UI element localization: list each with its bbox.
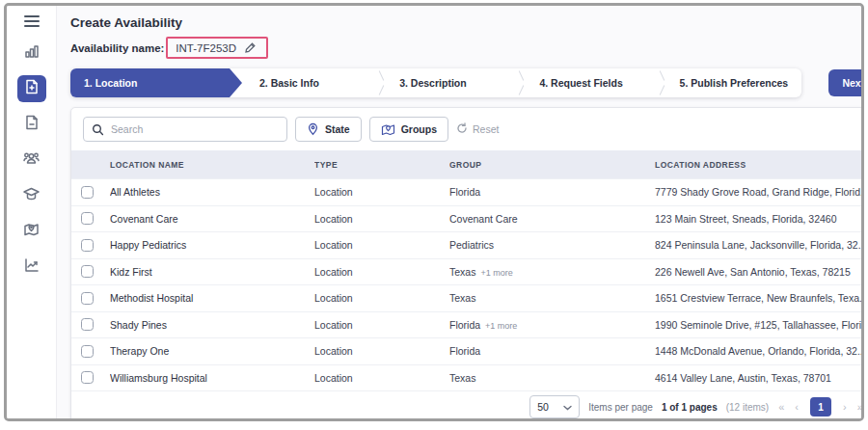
sidebar-item-education[interactable] <box>17 182 46 209</box>
sidebar-item-documents[interactable] <box>17 111 46 138</box>
availability-name-annotation-box: INT-7F253D <box>166 37 268 59</box>
table-row[interactable]: Happy Pediatrics Location Pediatrics 824… <box>71 231 864 258</box>
row-checkbox[interactable] <box>81 186 94 199</box>
checkbox-cell <box>71 265 110 278</box>
group-value: Texas <box>449 292 475 304</box>
group-value: Pediatrics <box>449 239 494 251</box>
reset-button[interactable]: Reset <box>456 122 499 136</box>
location-name-cell: Williamsburg Hospital <box>110 372 314 384</box>
state-filter-button[interactable]: State <box>295 117 362 142</box>
address-cell: 824 Peninsula Lane, Jacksonville, Florid… <box>655 239 864 251</box>
page-size-value: 50 <box>537 401 549 413</box>
wizard-step-location[interactable]: 1. Location <box>70 68 242 97</box>
address-cell: 226 Newell Ave, San Antonio, Texas, 7821… <box>655 266 864 278</box>
group-cell: Covenant Care <box>449 213 655 225</box>
group-value: Florida <box>449 186 480 198</box>
sidebar-item-reports[interactable] <box>17 254 46 281</box>
wizard-step-label: 5. Publish Preferences <box>680 77 789 89</box>
page-title: Create Availability <box>70 15 864 30</box>
table-row[interactable]: Covenant Care Location Covenant Care 123… <box>71 205 864 232</box>
wizard-step-description[interactable]: 3. Description <box>382 68 521 97</box>
prev-page-arrow[interactable]: ‹ <box>794 401 800 413</box>
filter-row: State Groups Reset <box>71 108 864 150</box>
group-value: Texas <box>449 372 475 384</box>
availability-name-label: Availability name: <box>70 42 164 54</box>
current-page-button[interactable]: 1 <box>810 397 831 417</box>
table-row[interactable]: Williamsburg Hospital Location Texas 461… <box>71 364 864 391</box>
column-location-name: LOCATION NAME <box>110 160 314 170</box>
type-cell: Location <box>314 213 449 225</box>
sidebar-item-create-document[interactable] <box>17 75 46 102</box>
wizard-step-publish-preferences[interactable]: 5. Publish Preferences <box>663 68 801 97</box>
type-cell: Location <box>314 292 449 304</box>
main-content: Create Availability Availability name: I… <box>57 6 864 418</box>
menu-icon[interactable] <box>24 15 40 27</box>
wizard-step-label: 3. Description <box>399 77 466 89</box>
row-checkbox[interactable] <box>81 318 94 331</box>
sidebar-item-team[interactable] <box>17 147 46 174</box>
group-cell: Texas <box>449 372 655 384</box>
group-value: Covenant Care <box>449 213 518 225</box>
group-extra-badge: +1 more <box>480 268 512 278</box>
row-checkbox[interactable] <box>81 265 94 278</box>
next-button[interactable]: Next <box>828 69 864 96</box>
app-window: Create Availability Availability name: I… <box>4 3 864 421</box>
last-page-arrow[interactable]: » <box>856 401 864 413</box>
groups-filter-button[interactable]: Groups <box>369 117 448 142</box>
chevron-down-icon <box>563 402 572 413</box>
table-row[interactable]: All Athletes Location Florida 7779 Shady… <box>71 178 864 205</box>
table-body: All Athletes Location Florida 7779 Shady… <box>71 178 864 390</box>
column-group: GROUP <box>449 160 655 170</box>
address-cell: 7779 Shady Grove Road, Grand Ridge, Flor… <box>655 186 864 198</box>
row-checkbox[interactable] <box>81 345 94 358</box>
search-input[interactable] <box>111 123 279 135</box>
page-size-select[interactable]: 50 <box>529 395 580 418</box>
team-icon <box>22 149 41 171</box>
type-cell: Location <box>314 372 449 384</box>
sidebar-item-locations[interactable] <box>17 218 46 245</box>
bar-chart-icon <box>23 42 41 64</box>
search-icon <box>92 123 104 136</box>
trend-chart-icon <box>23 256 41 278</box>
table-row[interactable]: Methodist Hospital Location Texas 1651 C… <box>71 284 864 311</box>
first-page-arrow[interactable]: « <box>777 401 785 413</box>
checkbox-cell <box>71 239 110 252</box>
sidebar-item-analytics[interactable] <box>17 40 46 67</box>
address-cell: 1651 Crestview Terrace, New Braunfels, T… <box>655 292 864 304</box>
checkbox-cell <box>71 345 110 358</box>
column-location-address: LOCATION ADDRESS <box>655 160 864 170</box>
wizard-step-request-fields[interactable]: 4. Request Fields <box>522 68 661 97</box>
address-cell: 1990 Seminole Drive, #125, Tallahassee, … <box>655 319 864 331</box>
map-location-icon <box>22 221 41 242</box>
wizard-step-basic-info[interactable]: 2. Basic Info <box>242 68 381 97</box>
type-cell: Location <box>314 186 449 198</box>
location-name-cell: All Athletes <box>110 186 314 198</box>
group-cell: Texas <box>449 292 655 304</box>
checkbox-cell <box>71 371 110 384</box>
wizard-step-label: 1. Location <box>84 77 137 89</box>
group-cell: Florida <box>449 186 655 198</box>
row-checkbox[interactable] <box>81 292 94 305</box>
wizard: 1. Location 2. Basic Info 3. Description… <box>70 68 864 97</box>
group-value: Texas <box>449 266 475 278</box>
group-extra-badge: +1 more <box>485 321 517 331</box>
row-checkbox[interactable] <box>81 212 94 225</box>
table-row[interactable]: Therapy One Location Florida 1448 McDona… <box>71 337 864 364</box>
step-separator <box>381 68 382 97</box>
location-name-cell: Methodist Hospital <box>110 292 314 304</box>
reset-icon <box>456 122 468 136</box>
search-box <box>83 117 287 142</box>
document-add-icon <box>23 78 41 99</box>
step-separator <box>662 68 663 97</box>
edit-pencil-icon[interactable] <box>244 41 257 54</box>
row-checkbox[interactable] <box>81 371 94 384</box>
table-row[interactable]: Kidz First Location Texas +1 more 226 Ne… <box>71 258 864 285</box>
availability-name-row: Availability name: INT-7F253D <box>70 37 864 59</box>
wizard-steps-bar: 1. Location 2. Basic Info 3. Description… <box>70 68 801 97</box>
next-page-arrow[interactable]: › <box>842 401 848 413</box>
table-row[interactable]: Shady Pines Location Florida +1 more 199… <box>71 311 864 338</box>
step-separator <box>521 68 522 97</box>
row-checkbox[interactable] <box>81 239 94 252</box>
location-name-cell: Covenant Care <box>110 213 314 225</box>
type-cell: Location <box>314 345 449 357</box>
